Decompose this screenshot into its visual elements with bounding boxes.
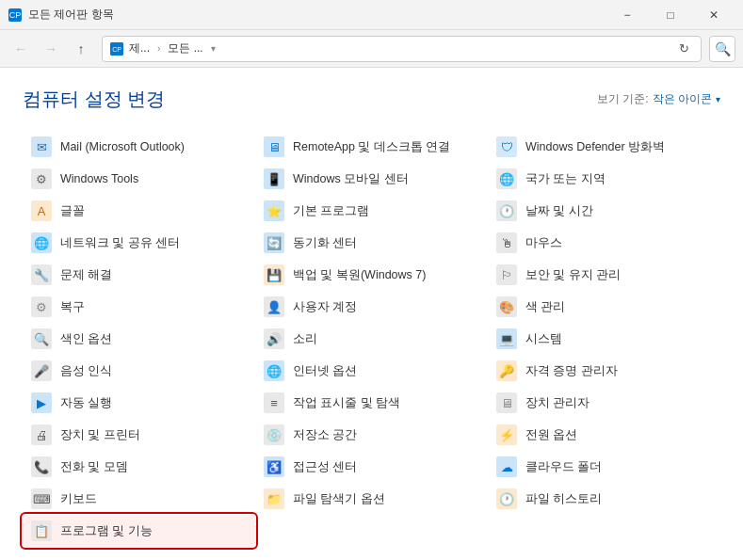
user-icon: 👤 xyxy=(263,296,285,318)
troubleshoot-icon: 🔧 xyxy=(30,264,53,286)
refresh-button[interactable]: ↻ xyxy=(674,40,693,58)
winmobile-icon: 📱 xyxy=(263,168,285,190)
address-dropdown-chevron[interactable]: ▾ xyxy=(211,43,216,54)
svg-text:CP: CP xyxy=(9,10,22,20)
control-item-mail[interactable]: ✉Mail (Microsoft Outlook) xyxy=(23,131,255,163)
control-item-fileexplorer[interactable]: 📁파일 탐색기 옵션 xyxy=(255,483,488,515)
filehistory-label: 파일 히스토리 xyxy=(525,491,602,507)
control-item-autoplay[interactable]: ▶자동 실행 xyxy=(23,387,255,419)
user-label: 사용자 계정 xyxy=(293,299,357,315)
sync-label: 동기화 센터 xyxy=(293,235,357,251)
phone-label: 전화 및 모뎀 xyxy=(60,459,128,475)
control-item-datetime[interactable]: 🕐날짜 및 시간 xyxy=(488,195,720,227)
items-grid: ✉Mail (Microsoft Outlook)🖥RemoteApp 및 데스… xyxy=(23,131,720,547)
control-item-security[interactable]: 🏳보안 및 유지 관리 xyxy=(488,259,720,291)
control-item-system[interactable]: 💻시스템 xyxy=(488,323,720,355)
control-item-recovery[interactable]: ⚙복구 xyxy=(23,291,255,323)
control-item-defaultprog[interactable]: ⭐기본 프로그램 xyxy=(255,195,488,227)
coloropt-icon: 🔍 xyxy=(30,328,53,350)
defender-icon: 🛡 xyxy=(495,136,518,158)
defaultprog-icon: ⭐ xyxy=(263,200,285,222)
maximize-button[interactable]: □ xyxy=(649,0,692,30)
minimize-button[interactable]: − xyxy=(606,0,649,30)
control-item-devmgr[interactable]: 🖥장치 관리자 xyxy=(488,387,720,419)
forward-button[interactable]: → xyxy=(38,36,64,62)
troubleshoot-label: 문제 해결 xyxy=(60,267,112,283)
control-item-phone[interactable]: 📞전화 및 모뎀 xyxy=(23,451,255,483)
backup-label: 백업 및 복원(Windows 7) xyxy=(293,267,426,283)
sound-icon: 🔊 xyxy=(263,328,285,350)
control-item-programs[interactable]: 📋프로그램 및 기능 xyxy=(23,515,255,547)
control-item-speech[interactable]: 🎤음성 인식 xyxy=(23,355,255,387)
autoplay-icon: ▶ xyxy=(30,392,53,414)
address-bar[interactable]: CP 제... › 모든 ... ▾ ↻ xyxy=(102,36,702,62)
devices-label: 장치 및 프린터 xyxy=(60,427,140,443)
access-icon: ♿ xyxy=(263,456,285,478)
control-item-onedrive[interactable]: ☁클라우드 폴더 xyxy=(488,451,720,483)
view-chevron-icon[interactable]: ▾ xyxy=(716,94,720,104)
internet-icon: 🌐 xyxy=(263,360,285,382)
control-item-user[interactable]: 👤사용자 계정 xyxy=(255,291,488,323)
region-label: 국가 또는 지역 xyxy=(525,171,606,187)
storage-icon: 💿 xyxy=(263,424,285,446)
internet-label: 인터넷 옵션 xyxy=(293,363,357,379)
security-icon: 🏳 xyxy=(495,264,518,286)
system-label: 시스템 xyxy=(525,331,562,347)
control-item-colormgmt[interactable]: 🎨색 관리 xyxy=(488,291,720,323)
control-item-filehistory[interactable]: 🕐파일 히스토리 xyxy=(488,483,720,515)
fileexplorer-icon: 📁 xyxy=(263,488,285,510)
devmgr-label: 장치 관리자 xyxy=(525,395,590,411)
address-separator: › xyxy=(157,43,160,54)
control-item-coloropt[interactable]: 🔍색인 옵션 xyxy=(23,323,255,355)
cred-label: 자격 증명 관리자 xyxy=(525,363,618,379)
svg-text:CP: CP xyxy=(112,46,121,53)
control-item-access[interactable]: ♿접근성 센터 xyxy=(255,451,488,483)
control-item-backup[interactable]: 💾백업 및 복원(Windows 7) xyxy=(255,259,488,291)
control-item-mouse[interactable]: 🖱마우스 xyxy=(488,227,720,259)
system-icon: 💻 xyxy=(495,328,518,350)
control-item-internet[interactable]: 🌐인터넷 옵션 xyxy=(255,355,488,387)
control-item-troubleshoot[interactable]: 🔧문제 해결 xyxy=(23,259,255,291)
control-item-storage[interactable]: 💿저장소 공간 xyxy=(255,419,488,451)
control-item-defender[interactable]: 🛡Windows Defender 방화벽 xyxy=(488,131,720,163)
control-item-power[interactable]: ⚡전원 옵션 xyxy=(488,419,720,451)
cred-icon: 🔑 xyxy=(495,360,518,382)
colormgmt-label: 색 관리 xyxy=(525,299,565,315)
devices-icon: 🖨 xyxy=(30,424,53,446)
sound-label: 소리 xyxy=(293,331,317,347)
speech-label: 음성 인식 xyxy=(60,363,112,379)
mail-label: Mail (Microsoft Outlook) xyxy=(60,140,185,153)
recovery-icon: ⚙ xyxy=(30,296,53,318)
recovery-label: 복구 xyxy=(60,299,85,315)
font-label: 글꼴 xyxy=(60,203,85,219)
title-bar-title: 모든 제어판 항목 xyxy=(28,7,606,23)
address-icon: CP xyxy=(110,42,123,56)
control-item-cred[interactable]: 🔑자격 증명 관리자 xyxy=(488,355,720,387)
control-item-network[interactable]: 🌐네트워크 및 공유 센터 xyxy=(23,227,255,259)
datetime-icon: 🕐 xyxy=(495,200,518,222)
control-item-taskbar[interactable]: ≡작업 표시줄 및 탐색 xyxy=(255,387,488,419)
programs-label: 프로그램 및 기능 xyxy=(60,523,153,539)
control-item-remoteapp[interactable]: 🖥RemoteApp 및 데스크톱 연결 xyxy=(255,131,488,163)
speech-icon: 🎤 xyxy=(30,360,53,382)
colormgmt-icon: 🎨 xyxy=(495,296,518,318)
control-item-keyboard[interactable]: ⌨키보드 xyxy=(23,483,255,515)
remoteapp-icon: 🖥 xyxy=(263,136,285,158)
title-bar-icon: CP xyxy=(8,8,23,23)
control-item-sync[interactable]: 🔄동기화 센터 xyxy=(255,227,488,259)
close-button[interactable]: ✕ xyxy=(692,0,735,30)
control-item-winmobile[interactable]: 📱Windows 모바일 센터 xyxy=(255,163,488,195)
control-item-sound[interactable]: 🔊소리 xyxy=(255,323,488,355)
back-button[interactable]: ← xyxy=(8,36,34,62)
autoplay-label: 자동 실행 xyxy=(60,395,112,411)
control-item-font[interactable]: A글꼴 xyxy=(23,195,255,227)
control-item-region[interactable]: 🌐국가 또는 지역 xyxy=(488,163,720,195)
winmobile-label: Windows 모바일 센터 xyxy=(293,171,409,187)
nav-bar: ← → ↑ CP 제... › 모든 ... ▾ ↻ 🔍 xyxy=(0,30,743,68)
control-item-wintools[interactable]: ⚙Windows Tools xyxy=(23,163,255,195)
search-button[interactable]: 🔍 xyxy=(709,36,735,62)
up-button[interactable]: ↑ xyxy=(68,36,94,62)
phone-icon: 📞 xyxy=(30,456,53,478)
view-value[interactable]: 작은 아이콘 xyxy=(653,91,712,107)
control-item-devices[interactable]: 🖨장치 및 프린터 xyxy=(23,419,255,451)
